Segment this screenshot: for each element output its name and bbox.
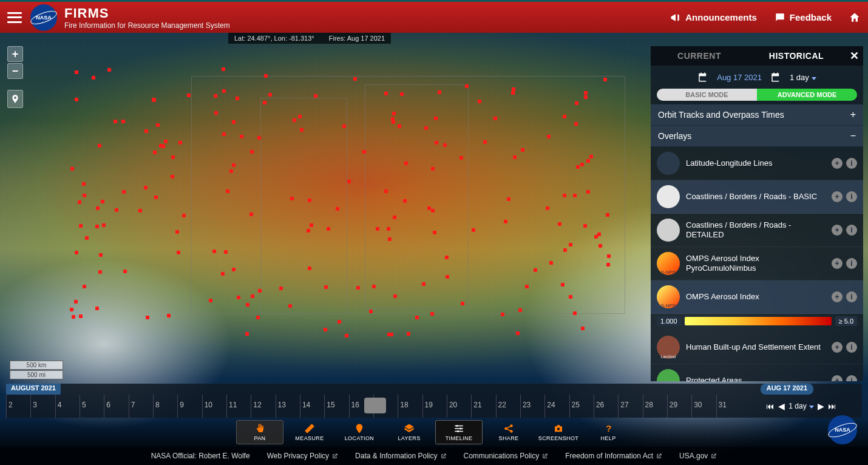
layer-info-button[interactable]: i xyxy=(846,225,857,236)
footer-link[interactable]: Communications Policy xyxy=(464,452,549,460)
layer-item[interactable]: Latitude-Longitude Lines+i xyxy=(651,147,863,180)
add-layer-button[interactable]: + xyxy=(832,258,843,269)
layer-item[interactable]: S-NPPOMPS Aerosol Index PyroCumuloNimbus… xyxy=(651,247,863,280)
timeline-day[interactable]: 23 xyxy=(520,395,544,418)
share-tool[interactable]: SHARE xyxy=(485,420,532,444)
basic-mode-button[interactable]: BASIC MODE xyxy=(657,89,757,101)
timeline-day[interactable]: 26 xyxy=(594,395,618,418)
add-layer-button[interactable]: + xyxy=(832,375,843,381)
location-tool[interactable]: LOCATION xyxy=(336,420,383,444)
add-layer-button[interactable]: + xyxy=(832,291,843,302)
screenshot-tool[interactable]: SCREENSHOT xyxy=(535,420,582,444)
nasa-logo[interactable]: NASA xyxy=(30,4,57,31)
measure-tool[interactable]: MEASURE xyxy=(286,420,333,444)
layer-info-button[interactable]: i xyxy=(846,375,857,381)
timeline-day[interactable]: 4 xyxy=(55,395,80,418)
timeline-tool[interactable]: TIMELINE xyxy=(435,420,483,444)
fire-dot xyxy=(512,87,515,91)
timeline-day[interactable]: 6 xyxy=(104,395,128,418)
fire-dot xyxy=(513,155,517,159)
timeline-day[interactable]: 14 xyxy=(300,395,324,418)
fire-dot xyxy=(256,316,260,319)
add-layer-button[interactable]: + xyxy=(832,342,843,353)
timeline-day[interactable]: 22 xyxy=(496,395,520,418)
advanced-mode-button[interactable]: ADVANCED MODE xyxy=(757,89,857,101)
add-layer-button[interactable]: + xyxy=(832,225,843,236)
timeline-range-picker[interactable]: 1 day xyxy=(788,402,813,410)
layer-info-button[interactable]: i xyxy=(846,291,857,302)
date-picker[interactable]: Aug 17 2021 xyxy=(717,73,762,82)
announcements-link[interactable]: Announcements xyxy=(670,12,757,24)
tab-current[interactable]: CURRENT xyxy=(651,51,748,61)
zoom-out-button[interactable]: − xyxy=(7,63,23,79)
help-tool[interactable]: ?HELP xyxy=(585,420,632,444)
timeline-day[interactable]: 15 xyxy=(324,395,348,418)
timeline-days[interactable]: 2345678910111213141516171819202122232425… xyxy=(6,395,741,418)
announcements-label: Announcements xyxy=(685,12,757,22)
pan-tool[interactable]: PAN xyxy=(236,420,283,444)
step-back-button[interactable]: ◀ xyxy=(778,401,785,411)
layers-tool[interactable]: LAYERS xyxy=(385,420,433,444)
footer-link[interactable]: Data & Information Policy xyxy=(355,452,446,460)
timeline-day[interactable]: 18 xyxy=(398,395,422,418)
layer-item[interactable]: S-NPPOMPS Aerosol Index+i xyxy=(651,280,863,314)
timeline-day[interactable]: 29 xyxy=(667,395,691,418)
fire-dot xyxy=(445,256,449,259)
timeline-day[interactable]: 11 xyxy=(226,395,251,418)
layer-info-button[interactable]: i xyxy=(846,158,857,169)
add-layer-button[interactable]: + xyxy=(832,191,843,202)
timeline-day[interactable]: 10 xyxy=(202,395,226,418)
step-forward-button[interactable]: ▶ xyxy=(818,401,824,411)
skip-back-button[interactable]: ⏮ xyxy=(766,401,775,411)
home-link[interactable] xyxy=(849,12,861,24)
nasa-meatball-badge[interactable]: NASA xyxy=(828,415,857,444)
orbit-tracks-section[interactable]: Orbit Tracks and Overpass Times + xyxy=(651,104,863,126)
timeline-day[interactable]: 21 xyxy=(471,395,495,418)
timeline-day[interactable]: 27 xyxy=(618,395,642,418)
timeline-day[interactable]: 13 xyxy=(276,395,300,418)
layer-item[interactable]: Protected Areas+i xyxy=(651,364,863,381)
layer-item[interactable]: Coastlines / Borders / Roads - DETAILED+… xyxy=(651,214,863,247)
timeline-day[interactable]: 19 xyxy=(422,395,447,418)
add-layer-button[interactable]: + xyxy=(832,158,843,169)
fire-dot xyxy=(525,285,529,288)
timeline-day[interactable]: 2 xyxy=(6,395,30,418)
zoom-in-button[interactable]: + xyxy=(7,46,23,62)
panel-scroll[interactable]: Orbit Tracks and Overpass Times + Overla… xyxy=(651,104,863,381)
timeline-day[interactable]: 5 xyxy=(80,395,104,418)
footer-link[interactable]: Freedom of Information Act xyxy=(565,452,662,460)
close-panel-button[interactable]: ✕ xyxy=(845,49,863,63)
layer-info-button[interactable]: i xyxy=(846,191,857,202)
timeline-day[interactable]: 24 xyxy=(544,395,569,418)
layer-actions: +i xyxy=(832,375,857,381)
timeline-range-label: 1 day xyxy=(788,402,806,410)
feedback-link[interactable]: Feedback xyxy=(774,12,832,24)
layer-item[interactable]: LandsatHuman Built-up And Settlement Ext… xyxy=(651,331,863,364)
overlays-section[interactable]: Overlays − xyxy=(651,126,863,147)
layer-item[interactable]: Coastlines / Borders / Roads - BASIC+i xyxy=(651,180,863,214)
timeline-day[interactable]: 25 xyxy=(569,395,594,418)
layer-swatch: S-NPP xyxy=(657,252,680,275)
fire-dot xyxy=(214,94,217,98)
location-search-button[interactable] xyxy=(7,90,23,108)
timeline-day[interactable]: 8 xyxy=(153,395,177,418)
timeline-day[interactable]: 28 xyxy=(643,395,667,418)
timeline-cursor[interactable] xyxy=(364,398,386,413)
fire-dot xyxy=(558,222,561,226)
timeline-day[interactable]: 30 xyxy=(691,395,716,418)
layer-info-button[interactable]: i xyxy=(846,342,857,353)
timeline-day[interactable]: 20 xyxy=(447,395,471,418)
timeline-day[interactable]: 31 xyxy=(716,395,741,418)
menu-button[interactable] xyxy=(7,12,22,23)
timeline-day[interactable]: 12 xyxy=(251,395,275,418)
range-picker[interactable]: 1 day xyxy=(790,73,816,82)
zoom-controls: + − xyxy=(7,46,23,108)
timeline-day[interactable]: 7 xyxy=(129,395,153,418)
timeline-day[interactable]: 9 xyxy=(177,395,202,418)
tab-historical[interactable]: HISTORICAL xyxy=(748,51,845,61)
skip-forward-button[interactable]: ⏭ xyxy=(828,401,836,411)
layer-info-button[interactable]: i xyxy=(846,258,857,269)
footer-link[interactable]: USA.gov xyxy=(679,452,717,460)
timeline-day[interactable]: 3 xyxy=(30,395,55,418)
footer-link[interactable]: Web Privacy Policy xyxy=(267,452,338,460)
